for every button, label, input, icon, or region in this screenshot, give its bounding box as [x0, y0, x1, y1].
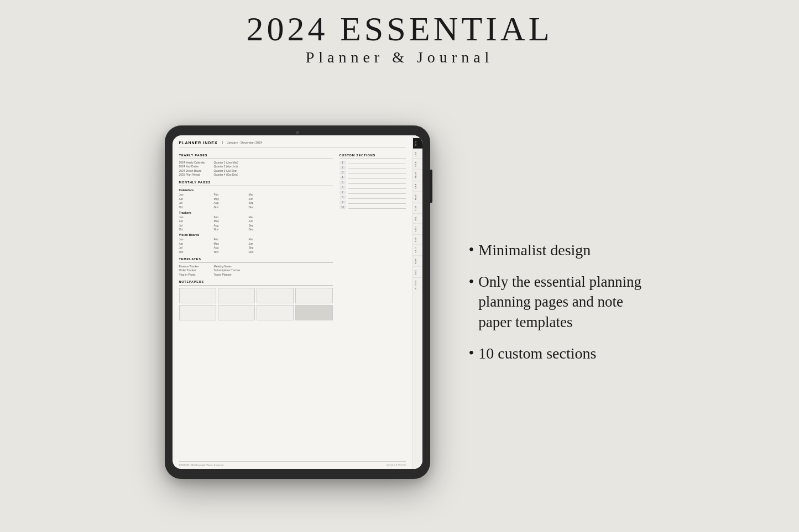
monthly-section-title: MONTHLY PAGES	[179, 181, 333, 184]
tab-aug[interactable]: AUG	[413, 223, 422, 234]
cal-may: May	[214, 197, 244, 201]
cal-sep: Sep	[249, 201, 279, 204]
main-title: 2024 ESSENTIAL	[246, 10, 552, 48]
sub-title: Planner & Journal	[246, 49, 552, 66]
cal-oct: Oct	[179, 206, 210, 209]
tab-feb[interactable]: FEB	[413, 159, 422, 169]
yearly-row-3: 2024 Vision Board Quarter 3 (Jul-Sep)	[179, 169, 333, 172]
notepaper-3	[257, 288, 294, 303]
custom-7: 7	[340, 191, 406, 194]
feature-1: • Minimalist design	[469, 240, 657, 261]
planner-date: January - December 2024	[222, 141, 263, 144]
tablet-container: PLANNER INDEX January - December 2024 YE…	[165, 125, 430, 479]
feature-2-bullet: •	[469, 272, 474, 292]
cal-jul: Jul	[179, 201, 210, 204]
yearly-row-2: 2024 Key Dates Quarter 2 (Apr-Jun)	[179, 165, 333, 168]
notepaper-2	[218, 288, 255, 303]
planner-right: CUSTOM SECTIONS 1 2	[340, 151, 406, 320]
custom-section-title: CUSTOM SECTIONS	[340, 154, 406, 157]
planner-left: YEARLY PAGES 2024 Yearly Calendar Quarte…	[179, 151, 333, 320]
planner-footer: DESIGNS | 2024 Essential Planner & Journ…	[179, 461, 406, 466]
cal-jan: Jan	[179, 193, 210, 196]
tab-2024[interactable]: 2024	[413, 138, 422, 149]
custom-4: 4	[340, 176, 406, 180]
tab-sep[interactable]: SEP	[413, 234, 422, 244]
footer-pages: 1 2 3 4 5 6 7 8 9 10	[387, 463, 405, 466]
custom-1: 1	[340, 161, 406, 165]
tmpl-row-1: Finance Tracker Meeting Notes	[179, 265, 333, 268]
planner-index-title: PLANNER INDEX	[179, 141, 218, 145]
custom-9: 9	[340, 201, 406, 204]
tab-bar: 2024 JAN FEB MAR APR MAY JUN JUL AUG SEP…	[412, 135, 422, 469]
custom-5: 5	[340, 181, 406, 185]
tablet-screen: PLANNER INDEX January - December 2024 YE…	[173, 135, 422, 469]
tab-jul[interactable]: JUL	[413, 213, 422, 223]
feature-2-text: Only the essential planningplanning page…	[478, 272, 641, 332]
feature-1-bullet: •	[469, 240, 474, 260]
yearly-row-1: 2024 Yearly Calendar Quarter 1 (Jan-Mar)	[179, 161, 333, 164]
tr-row-4: Oct Nov Dec	[179, 228, 333, 231]
feature-3-text: 10 custom sections	[478, 343, 596, 364]
notepaper-5	[179, 305, 216, 320]
yearly-item-3: 2024 Vision Board	[179, 169, 210, 172]
planner-two-col: YEARLY PAGES 2024 Yearly Calendar Quarte…	[179, 151, 406, 320]
vision-boards-label: Vision Boards	[179, 233, 333, 236]
custom-6: 6	[340, 186, 406, 189]
notepaper-1	[179, 288, 216, 303]
tab-dec[interactable]: DEC	[413, 266, 422, 277]
content-area: PLANNER INDEX January - December 2024 YE…	[0, 72, 799, 532]
tab-jan[interactable]: JAN	[413, 149, 422, 159]
cal-row-2: Apr May Jun	[179, 197, 333, 201]
page-wrapper: 2024 ESSENTIAL Planner & Journal PLANNER…	[0, 0, 799, 532]
cal-row-3: Jul Aug Sep	[179, 201, 333, 204]
feature-3: • 10 custom sections	[469, 343, 657, 364]
tab-notes[interactable]: NOTES	[413, 277, 422, 292]
tab-mar[interactable]: MAR	[413, 169, 422, 181]
tr-row-2: Apr May Jun	[179, 219, 333, 223]
tab-nov[interactable]: NOV	[413, 255, 422, 266]
cal-row-4: Oct Nov Dec	[179, 206, 333, 209]
footer-brand: DESIGNS | 2024 Essential Planner & Journ…	[179, 463, 223, 466]
tr-row-1: Jan Feb Mar	[179, 215, 333, 219]
planner-header: PLANNER INDEX January - December 2024	[179, 141, 406, 148]
tab-oct[interactable]: OCT	[413, 244, 422, 255]
cal-dec: Dec	[249, 206, 279, 209]
cal-aug: Aug	[214, 201, 244, 204]
quarterly-item-1: Quarter 1 (Jan-Mar)	[214, 161, 244, 164]
feature-3-bullet: •	[469, 343, 474, 363]
yearly-item-4: 2025 Plan Ahead	[179, 173, 210, 176]
cal-feb: Feb	[214, 193, 244, 196]
quarterly-item-3: Quarter 3 (Jul-Sep)	[214, 169, 244, 172]
yearly-item-1: 2024 Yearly Calendar	[179, 161, 210, 164]
yearly-row-4: 2025 Plan Ahead Quarter 4 (Oct-Dec)	[179, 173, 333, 176]
tab-apr[interactable]: APR	[413, 181, 422, 191]
yearly-section-title: YEARLY PAGES	[179, 154, 333, 157]
cal-row-1: Jan Feb Mar	[179, 193, 333, 196]
notepaper-4	[295, 288, 332, 303]
custom-3: 3	[340, 171, 406, 175]
custom-8: 8	[340, 196, 406, 199]
quarterly-item-2: Quarter 2 (Apr-Jun)	[214, 165, 244, 168]
feature-2: • Only the essential planningplanning pa…	[469, 272, 657, 332]
vb-row-2: Apr May Jun	[179, 242, 333, 245]
custom-10: 10	[340, 206, 406, 209]
notepaper-grid	[179, 288, 333, 320]
planner-content: PLANNER INDEX January - December 2024 YE…	[173, 135, 412, 469]
notepaper-7	[257, 305, 294, 320]
tab-jun[interactable]: JUN	[413, 203, 422, 213]
cal-nov: Nov	[214, 206, 244, 209]
features-section: • Minimalist design • Only the essential…	[447, 229, 679, 375]
vb-row-1: Jan Feb Mar	[179, 238, 333, 241]
custom-2: 2	[340, 166, 406, 170]
quarterly-item-4: Quarter 4 (Oct-Dec)	[214, 173, 244, 176]
trackers-label: Trackers	[179, 211, 333, 214]
calendars-label: Calendars	[179, 188, 333, 192]
vb-row-4: Oct Nov Dec	[179, 250, 333, 254]
cal-mar: Mar	[249, 193, 279, 196]
cal-jun: Jun	[249, 197, 279, 201]
notepaper-8	[295, 305, 332, 320]
notepaper-6	[218, 305, 255, 320]
header-section: 2024 ESSENTIAL Planner & Journal	[246, 10, 552, 66]
tab-may[interactable]: MAY	[413, 191, 422, 203]
tmpl-row-2: Order Tracker Subscriptions Tracker	[179, 268, 333, 272]
